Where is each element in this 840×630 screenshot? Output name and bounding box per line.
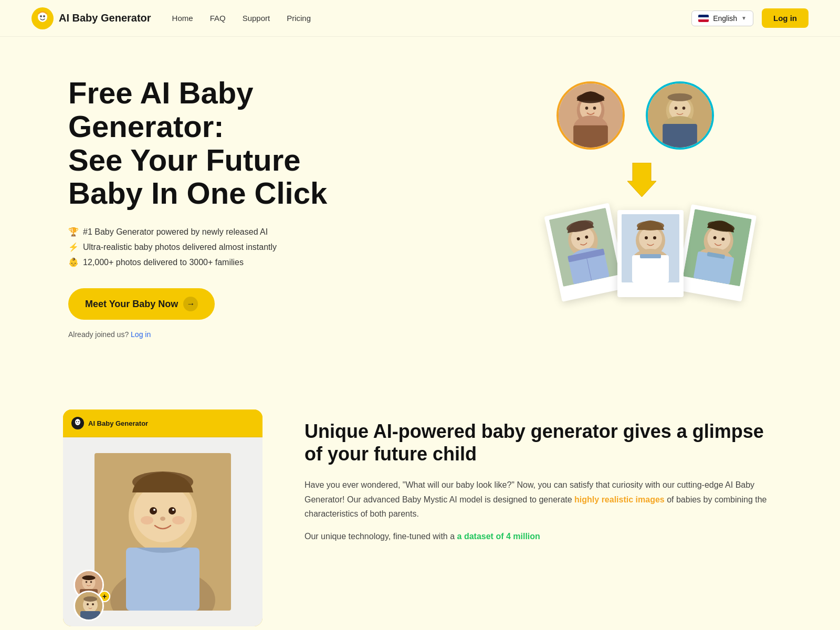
feature-3: 👶 12,000+ photos delivered to 3000+ fami… bbox=[68, 257, 327, 267]
svg-point-75 bbox=[92, 603, 94, 605]
trophy-icon: 🏆 bbox=[68, 227, 79, 237]
nav-links: Home FAQ Support Pricing bbox=[172, 14, 311, 23]
brand-name: AI Baby Generator bbox=[59, 12, 151, 24]
baby-icon: 👶 bbox=[68, 257, 79, 267]
baby-face-large bbox=[94, 453, 231, 611]
svg-rect-18 bbox=[663, 124, 697, 148]
svg-point-3 bbox=[43, 15, 45, 17]
svg-rect-37 bbox=[632, 255, 669, 282]
navbar-left: AI Baby Generator Home FAQ Support Prici… bbox=[32, 7, 311, 29]
section2-desc1: Have you ever wondered, "What will our b… bbox=[304, 478, 777, 521]
polaroid-1 bbox=[544, 203, 627, 302]
arrow-down-icon bbox=[627, 163, 656, 203]
navbar-right: English ▼ Log in bbox=[691, 8, 808, 28]
svg-point-16 bbox=[682, 107, 686, 110]
svg-rect-38 bbox=[640, 254, 661, 258]
language-label: English bbox=[713, 14, 737, 23]
arrow-right-icon: → bbox=[183, 297, 198, 311]
baby-photo-1 bbox=[549, 208, 620, 287]
svg-point-34 bbox=[645, 236, 648, 239]
baby-photos-grid bbox=[551, 202, 750, 297]
svg-point-74 bbox=[87, 603, 89, 605]
hero-illustration bbox=[525, 71, 788, 344]
feature-2: ⚡ Ultra-realistic baby photos delivered … bbox=[68, 242, 327, 252]
app-mockup-container: AI Baby Generator bbox=[63, 410, 262, 626]
svg-rect-10 bbox=[573, 125, 608, 148]
svg-point-60 bbox=[172, 509, 174, 511]
app-bar-logo-icon bbox=[71, 417, 84, 429]
cta-button[interactable]: Meet Your Baby Now → bbox=[68, 288, 215, 320]
svg-rect-76 bbox=[80, 611, 100, 621]
app-bar-title: AI Baby Generator bbox=[88, 419, 148, 427]
svg-point-7 bbox=[585, 107, 589, 110]
hero-section: Free AI Baby Generator: See Your Future … bbox=[0, 37, 840, 378]
svg-point-33 bbox=[639, 227, 662, 250]
svg-point-71 bbox=[82, 575, 95, 580]
mom-face bbox=[559, 83, 623, 148]
section2: AI Baby Generator bbox=[0, 378, 840, 630]
logo[interactable]: AI Baby Generator bbox=[32, 7, 151, 29]
baby-photo-2 bbox=[622, 214, 679, 282]
feature-1: 🏆 #1 Baby Generator powered by newly rel… bbox=[68, 227, 327, 237]
mom-avatar bbox=[556, 81, 625, 150]
svg-point-63 bbox=[172, 516, 185, 524]
lightning-icon: ⚡ bbox=[68, 242, 79, 252]
already-joined: Already joined us? Log in bbox=[68, 330, 327, 339]
svg-point-56 bbox=[134, 485, 192, 542]
chevron-down-icon: ▼ bbox=[741, 15, 747, 21]
nav-faq[interactable]: FAQ bbox=[210, 14, 226, 23]
baby-photo-3 bbox=[683, 209, 752, 286]
section2-text: Unique AI-powered baby generator gives a… bbox=[304, 410, 777, 543]
nav-home[interactable]: Home bbox=[172, 14, 193, 23]
svg-point-8 bbox=[593, 107, 596, 110]
polaroid-3 bbox=[676, 204, 757, 301]
polaroid-2 bbox=[617, 210, 684, 297]
hero-title: Free AI Baby Generator: See Your Future … bbox=[68, 76, 327, 210]
svg-point-58 bbox=[169, 507, 176, 514]
svg-marker-20 bbox=[627, 163, 656, 197]
app-bar: AI Baby Generator bbox=[63, 410, 262, 437]
dad-avatar bbox=[646, 81, 714, 150]
hero-features: 🏆 #1 Baby Generator powered by newly rel… bbox=[68, 227, 327, 267]
svg-point-19 bbox=[668, 93, 692, 101]
svg-point-15 bbox=[675, 107, 678, 110]
login-link[interactable]: Log in bbox=[131, 330, 151, 339]
svg-point-51 bbox=[76, 421, 77, 422]
flag-uk-icon bbox=[698, 15, 709, 22]
section2-desc2: Our unique technology, fine-tuned with a… bbox=[304, 529, 777, 543]
dad-small-avatar bbox=[74, 591, 104, 621]
svg-point-57 bbox=[150, 507, 157, 514]
svg-point-59 bbox=[153, 509, 155, 511]
svg-point-52 bbox=[78, 421, 79, 422]
svg-point-62 bbox=[141, 516, 153, 524]
svg-point-2 bbox=[40, 15, 42, 17]
svg-point-50 bbox=[75, 419, 80, 425]
svg-point-68 bbox=[86, 581, 88, 583]
svg-point-35 bbox=[653, 236, 656, 239]
logo-icon bbox=[32, 7, 54, 29]
hero-content: Free AI Baby Generator: See Your Future … bbox=[68, 76, 327, 339]
svg-point-61 bbox=[160, 517, 165, 521]
nav-pricing[interactable]: Pricing bbox=[287, 14, 311, 23]
section2-title: Unique AI-powered baby generator gives a… bbox=[304, 420, 777, 465]
dad-face bbox=[648, 83, 712, 148]
highlight-dataset[interactable]: a dataset of 4 million bbox=[457, 532, 540, 541]
nav-support[interactable]: Support bbox=[243, 14, 270, 23]
app-content: + bbox=[63, 437, 262, 626]
svg-point-69 bbox=[90, 581, 92, 583]
login-button[interactable]: Log in bbox=[762, 8, 808, 28]
highlight-realistic-images[interactable]: highly realistic images bbox=[574, 495, 665, 504]
svg-point-77 bbox=[83, 596, 97, 602]
svg-rect-65 bbox=[126, 548, 200, 611]
app-mockup: AI Baby Generator bbox=[63, 410, 262, 626]
navbar: AI Baby Generator Home FAQ Support Prici… bbox=[0, 0, 840, 37]
language-selector[interactable]: English ▼ bbox=[691, 10, 753, 26]
